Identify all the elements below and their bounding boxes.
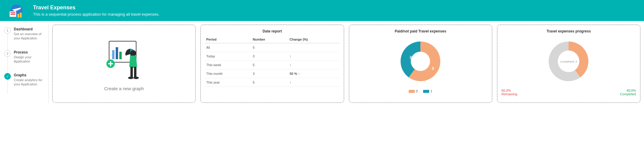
table-row: This week5↑ — [205, 61, 339, 69]
svg-rect-5 — [20, 13, 22, 17]
create-graph-label: Create a new graph — [104, 86, 144, 91]
table-row: This month350 % ↑ — [205, 69, 339, 78]
step-desc: Create analytics for your Application — [14, 78, 47, 87]
svg-point-10 — [130, 50, 136, 56]
step-process[interactable]: 2 Process Design your Application — [4, 50, 47, 64]
svg-rect-11 — [130, 67, 133, 77]
card-title: Date report — [205, 29, 339, 33]
table-row: This year5↑ — [205, 78, 339, 87]
date-report-card: Date report Period Number Change (%) All… — [200, 25, 344, 103]
table-row: All5 — [205, 43, 339, 52]
step-number: 2 — [4, 50, 11, 57]
step-number: 1 — [4, 27, 11, 34]
card-title: Travel expenses progress — [502, 29, 636, 33]
app-logo — [6, 3, 27, 18]
svg-rect-3 — [11, 14, 15, 15]
svg-text:Completed: 2: Completed: 2 — [560, 60, 577, 63]
col-number: Number — [252, 36, 288, 43]
step-title: Process — [14, 50, 47, 54]
page-title: Travel Expenses — [33, 5, 160, 11]
app-header: Travel Expenses This is a sequential pro… — [0, 0, 644, 21]
svg-text:3: 3 — [432, 66, 434, 71]
step-graphs[interactable]: ✓ Graphs Create analytics for your Appli… — [4, 73, 47, 87]
step-title: Dashboard — [14, 27, 47, 31]
step-desc: Design your Application — [14, 55, 47, 64]
steps-sidebar: 1 Dashboard Get an overview of your Appl… — [4, 25, 49, 103]
card-title: Paid/not paid Travel expenses — [353, 29, 488, 33]
step-title: Graphs — [14, 73, 47, 77]
page-subtitle: This is a sequential process application… — [33, 12, 160, 17]
svg-point-18 — [411, 52, 430, 71]
date-report-table: Period Number Change (%) All5Today3↑This… — [205, 36, 339, 87]
paid-chart-card: Paid/not paid Travel expenses 3 2 0 1 — [349, 25, 492, 103]
svg-point-14 — [133, 77, 139, 79]
svg-point-13 — [128, 77, 133, 79]
col-period: Period — [205, 36, 252, 43]
paid-donut-chart: 3 2 — [395, 36, 446, 87]
progress-donut-chart: Completed: 2 — [543, 36, 594, 87]
table-row: Today3↑ — [205, 52, 339, 61]
svg-rect-9 — [119, 52, 122, 59]
remaining-label: 60.0% Remaining — [502, 89, 517, 96]
svg-rect-4 — [17, 14, 19, 17]
step-desc: Get an overview of your Application — [14, 32, 47, 41]
check-icon: ✓ — [4, 73, 11, 80]
paid-legend: 0 1 — [409, 89, 432, 93]
col-change: Change (%) — [288, 36, 340, 43]
create-graph-card[interactable]: Create a new graph — [52, 25, 196, 103]
svg-rect-2 — [11, 12, 15, 13]
svg-rect-8 — [116, 47, 118, 59]
progress-chart-card: Travel expenses progress Completed: 2 60… — [497, 25, 640, 103]
legend-item: 1 — [430, 89, 432, 93]
svg-rect-17 — [108, 63, 113, 64]
step-dashboard[interactable]: 1 Dashboard Get an overview of your Appl… — [4, 27, 47, 41]
legend-item: 0 — [416, 89, 418, 93]
create-graph-illustration — [102, 37, 147, 82]
svg-rect-7 — [112, 50, 114, 59]
svg-text:2: 2 — [410, 55, 412, 60]
completed-label: 40.0% Completed — [620, 89, 636, 96]
svg-rect-12 — [134, 67, 136, 77]
